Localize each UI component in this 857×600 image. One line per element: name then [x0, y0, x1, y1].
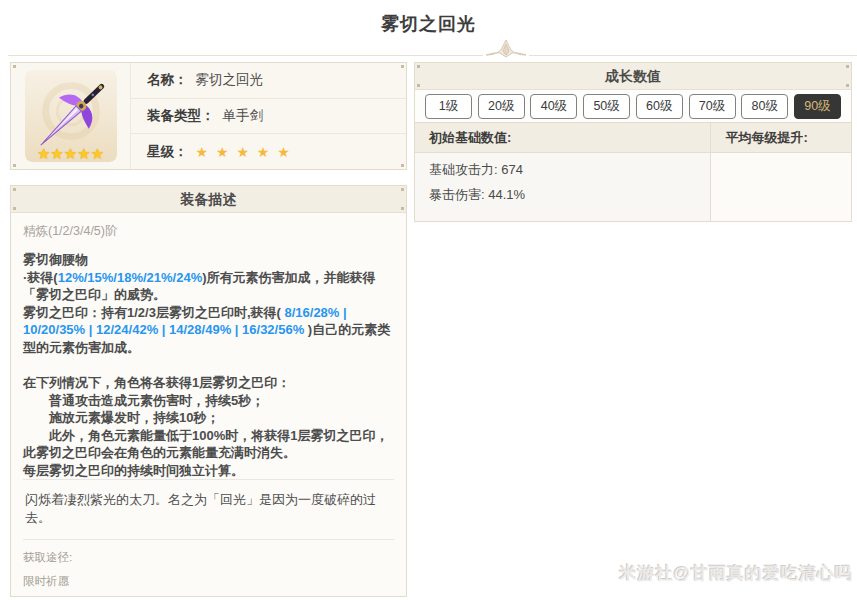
avg-gain-cell [711, 153, 851, 221]
base-atk-stat: 基础攻击力: 674 [429, 162, 696, 178]
corner-dot [401, 207, 404, 210]
effect-values: 12%/15%/18%/21%/24% [58, 270, 203, 285]
corner-dot [401, 188, 404, 191]
corner-dot [13, 207, 16, 210]
name-label: 名称： [147, 71, 188, 89]
flavor-text: 闪烁着凄烈紫光的太刀。名之为「回光」是因为一度破碎的过去。 [23, 480, 394, 539]
equipment-description-panel: 装备描述 精炼(1/2/3/4/5)阶 雾切御腰物 ·获得(12%/15%/18… [10, 185, 407, 597]
top-divider [8, 55, 857, 56]
compass-ornament-icon [483, 36, 529, 59]
passive-name: 雾切御腰物 [23, 252, 88, 267]
corner-dot [13, 65, 16, 68]
weapon-type-row: 装备类型： 单手剑 [131, 99, 406, 135]
avg-gain-header: 平均每级提升: [711, 123, 851, 152]
weapon-rarity-row: 星级： ★ ★ ★ ★ ★ [131, 134, 406, 169]
passive-effect-text: 雾切御腰物 ·获得(12%/15%/18%/21%/24%)所有元素伤害加成，并… [23, 251, 394, 356]
description-header-title: 装备描述 [181, 191, 237, 207]
watermark-text: 米游社@甘雨真的爱吃清心吗 [619, 562, 853, 585]
rarity-stars: ★ ★ ★ ★ ★ [196, 144, 292, 160]
corner-dot [13, 188, 16, 191]
source-value: 限时祈愿 [23, 574, 394, 589]
emblem-conditions-text: 在下列情况下，角色将各获得1层雾切之巴印： 普通攻击造成元素伤害时，持续5秒； … [23, 374, 394, 479]
weapon-name-row: 名称： 雾切之回光 [131, 63, 406, 99]
type-label: 装备类型： [147, 107, 215, 125]
description-header: 装备描述 [11, 186, 406, 213]
effect-text: ·获得( [23, 270, 58, 285]
level-button-60[interactable]: 60级 [636, 94, 683, 119]
stat-table-header: 初始基础数值: 平均每级提升: [415, 123, 851, 153]
corner-dot [417, 65, 420, 68]
base-atk-value: 674 [501, 162, 523, 177]
name-value: 雾切之回光 [196, 71, 264, 89]
crit-dmg-stat: 暴击伤害: 44.1% [429, 187, 696, 203]
level-button-40[interactable]: 40级 [530, 94, 577, 119]
weapon-detail-page: 雾切之回光 [0, 0, 857, 600]
base-atk-label: 基础攻击力: [429, 162, 498, 177]
weapon-info-panel: ★★★★★ 名称： 雾切之回光 装备类型： 单手剑 星级： ★ ★ ★ ★ ★ [10, 62, 407, 170]
level-selector: 1级 20级 40级 50级 60级 70级 80级 90级 [415, 90, 851, 123]
corner-dot [846, 65, 849, 68]
corner-dot [846, 84, 849, 87]
corner-dot [417, 84, 420, 87]
divider [23, 539, 394, 540]
level-button-20[interactable]: 20级 [478, 94, 525, 119]
weapon-info-rows: 名称： 雾切之回光 装备类型： 单手剑 星级： ★ ★ ★ ★ ★ [131, 63, 406, 169]
growth-header: 成长数值 [415, 63, 851, 90]
crit-dmg-label: 暴击伤害: [429, 187, 485, 202]
base-stats-cell: 基础攻击力: 674 暴击伤害: 44.1% [415, 153, 711, 221]
description-body: 精炼(1/2/3/4/5)阶 雾切御腰物 ·获得(12%/15%/18%/21%… [11, 213, 406, 596]
weapon-icon-cell: ★★★★★ [11, 63, 131, 169]
effect-text: 雾切之巴印：持有1/2/3层雾切之巴印时,获得( [23, 305, 284, 320]
corner-dot [13, 164, 16, 167]
growth-stats-panel: 成长数值 1级 20级 40级 50级 60级 70级 80级 90级 初始基础… [414, 62, 852, 222]
level-button-70[interactable]: 70级 [689, 94, 736, 119]
level-button-80[interactable]: 80级 [741, 94, 788, 119]
source-label: 获取途径: [23, 550, 394, 565]
page-title: 雾切之回光 [0, 12, 857, 36]
stat-table: 初始基础数值: 平均每级提升: 基础攻击力: 674 暴击伤害: 44.1% [415, 123, 851, 221]
growth-header-title: 成长数值 [605, 68, 661, 84]
refinement-label: 精炼(1/2/3/4/5)阶 [23, 223, 394, 240]
corner-dot [401, 65, 404, 68]
mistsplitter-sword-icon: ★★★★★ [25, 70, 117, 162]
corner-dot [401, 164, 404, 167]
rarity-label: 星级： [147, 143, 188, 161]
level-button-90-selected[interactable]: 90级 [794, 94, 841, 119]
level-button-50[interactable]: 50级 [583, 94, 630, 119]
stat-table-body: 基础攻击力: 674 暴击伤害: 44.1% [415, 153, 851, 221]
base-stats-header: 初始基础数值: [415, 123, 711, 152]
type-value: 单手剑 [223, 107, 264, 125]
level-button-1[interactable]: 1级 [425, 94, 472, 119]
tile-rarity-stars: ★★★★★ [25, 145, 117, 162]
crit-dmg-value: 44.1% [488, 187, 525, 202]
